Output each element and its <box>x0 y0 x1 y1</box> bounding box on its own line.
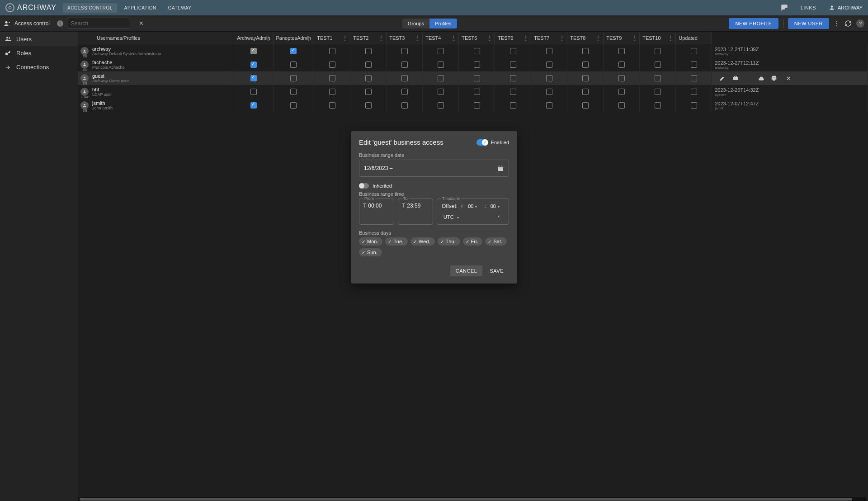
day-label: Sat. <box>493 239 502 244</box>
range-time-label: Business range time <box>359 191 509 197</box>
check-icon: ✓ <box>413 239 417 244</box>
day-chip[interactable]: ✓Sun. <box>359 248 382 256</box>
dialog-title: Edit 'guest' business access <box>359 138 443 146</box>
lock-icon: T <box>363 203 366 209</box>
check-icon: ✓ <box>362 250 365 255</box>
day-label: Fri. <box>471 239 478 244</box>
day-label: Tue. <box>393 239 403 244</box>
from-value: 00:00 <box>368 203 382 209</box>
enabled-switch[interactable] <box>476 139 488 146</box>
edit-business-access-dialog: Edit 'guest' business access Enabled Bus… <box>351 131 517 284</box>
check-icon: ✓ <box>362 239 365 244</box>
days-label: Business days <box>359 230 509 236</box>
calendar-icon[interactable] <box>497 165 504 172</box>
offset-sep: : <box>484 203 486 209</box>
enabled-label: Enabled <box>491 140 509 145</box>
check-icon: ✓ <box>440 239 444 244</box>
to-label: To <box>402 196 409 201</box>
day-chip[interactable]: ✓Wed. <box>410 237 434 246</box>
lock-icon: T <box>402 203 405 209</box>
cancel-button[interactable]: CANCEL <box>450 265 483 276</box>
to-time-input[interactable]: To T23:59 <box>398 199 433 225</box>
day-chip[interactable]: ✓Mon. <box>359 237 382 246</box>
day-label: Mon. <box>367 239 378 244</box>
inherited-label: Inherited <box>373 183 392 189</box>
day-chip[interactable]: ✓Thu. <box>438 237 460 246</box>
from-label: From <box>363 196 375 201</box>
offset-label: Offset: <box>442 203 458 209</box>
check-icon: ✓ <box>388 239 392 244</box>
timezone-label: Timezone <box>441 196 461 201</box>
timezone-box: Timezone Offset: + 00 : 00 UTC ▾ <box>437 199 509 225</box>
date-range-input[interactable]: 12/6/2023 – <box>359 160 509 177</box>
range-date-label: Business range date <box>359 152 509 158</box>
save-button[interactable]: SAVE <box>484 265 509 276</box>
day-chip[interactable]: ✓Sat. <box>485 237 507 246</box>
dialog-overlay: Edit 'guest' business access Enabled Bus… <box>0 0 868 501</box>
offset-minutes-select[interactable]: 00 <box>489 203 504 210</box>
offset-sign[interactable]: + <box>460 203 463 209</box>
offset-hours-select[interactable]: 00 <box>466 203 481 210</box>
day-label: Sun. <box>367 250 377 255</box>
day-chip[interactable]: ✓Fri. <box>463 237 483 246</box>
day-chip[interactable]: ✓Tue. <box>385 237 408 246</box>
timezone-select[interactable]: UTC ▾ <box>442 213 504 221</box>
from-time-input[interactable]: From T00:00 <box>359 199 394 225</box>
day-label: Thu. <box>446 239 456 244</box>
inherited-switch[interactable] <box>359 183 369 189</box>
check-icon: ✓ <box>488 239 491 244</box>
day-label: Wed. <box>419 239 430 244</box>
date-value: 12/6/2023 – <box>364 165 392 171</box>
svg-rect-19 <box>498 166 503 167</box>
check-icon: ✓ <box>466 239 469 244</box>
to-value: 23:59 <box>407 203 420 209</box>
